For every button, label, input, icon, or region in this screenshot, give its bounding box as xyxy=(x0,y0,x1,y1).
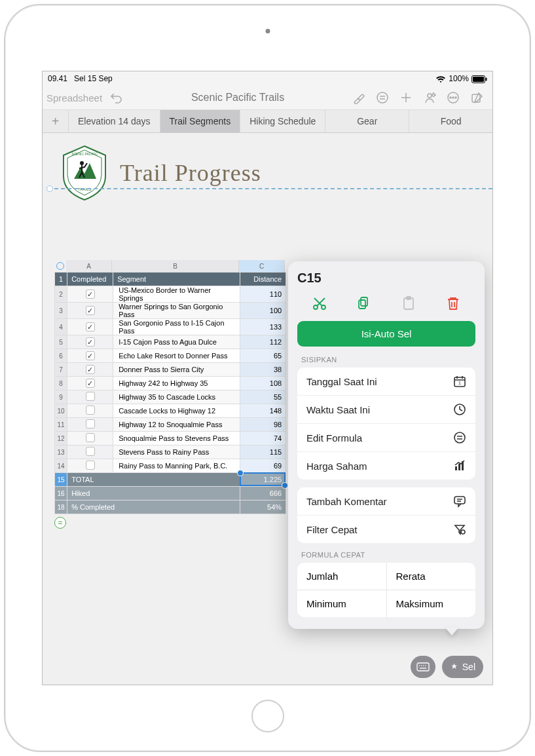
cell-segment[interactable]: Highway 12 to Snoqualmie Pass xyxy=(113,418,240,432)
cell-distance[interactable]: 38 xyxy=(240,363,286,377)
table-row[interactable]: 9Highway 35 to Cascade Locks55 xyxy=(55,390,286,404)
cell-distance[interactable]: 133 xyxy=(240,319,286,335)
cell-hiked-value[interactable]: 666 xyxy=(240,487,286,501)
checkbox-icon[interactable] xyxy=(86,306,95,315)
cell-distance[interactable]: 115 xyxy=(240,445,286,459)
row-header-1[interactable]: 1 xyxy=(55,273,67,286)
checkbox-icon[interactable] xyxy=(86,447,95,456)
cell-completed[interactable] xyxy=(67,303,113,319)
row-header[interactable]: 7 xyxy=(55,363,67,377)
tab-trail-segments[interactable]: Trail Segments xyxy=(160,110,241,132)
row-header[interactable]: 12 xyxy=(55,432,67,445)
quickformula-rerata[interactable]: Rerata xyxy=(387,563,476,590)
cell-distance[interactable]: 100 xyxy=(240,303,286,319)
undo-button[interactable] xyxy=(107,88,126,107)
formula-handle[interactable]: = xyxy=(54,517,66,529)
spreadsheet-table[interactable]: A B C 1 Completed Segment Distance 2US-M… xyxy=(54,260,297,514)
tab-food[interactable]: Food xyxy=(409,110,492,132)
table-row[interactable]: 7Donner Pass to Sierra City38 xyxy=(55,363,286,377)
insert-item-equals[interactable]: Edit Formula xyxy=(297,423,475,451)
cell-total-label[interactable]: TOTAL xyxy=(67,473,240,487)
row-header[interactable]: 18 xyxy=(55,501,67,514)
add-sheet-button[interactable]: + xyxy=(43,110,69,132)
row-header[interactable]: 14 xyxy=(55,459,67,473)
table-corner-handle[interactable] xyxy=(54,260,66,272)
cell-completed[interactable] xyxy=(67,363,113,377)
quickformula-minimum[interactable]: Minimum xyxy=(297,590,386,617)
cell-pct-label[interactable]: % Completed xyxy=(67,501,240,514)
row-header[interactable]: 8 xyxy=(55,377,67,390)
checkbox-icon[interactable] xyxy=(86,406,95,415)
header-distance[interactable]: Distance xyxy=(240,273,286,286)
cell-distance[interactable]: 98 xyxy=(240,418,286,432)
table-row[interactable]: 14Rainy Pass to Manning Park, B.C.69 xyxy=(55,459,286,473)
cell-segment[interactable]: Donner Pass to Sierra City xyxy=(113,363,240,377)
cell-completed[interactable] xyxy=(67,418,113,432)
home-button[interactable] xyxy=(251,700,284,732)
checkbox-icon[interactable] xyxy=(86,290,95,299)
delete-button[interactable] xyxy=(439,292,468,314)
checkbox-icon[interactable] xyxy=(86,379,95,388)
table-row[interactable]: 13Stevens Pass to Rainy Pass115 xyxy=(55,445,286,459)
checkbox-icon[interactable] xyxy=(86,322,95,331)
table-row[interactable]: 5I-15 Cajon Pass to Agua Dulce112 xyxy=(55,335,286,349)
format-brush-button[interactable] xyxy=(350,88,368,107)
comment-button[interactable] xyxy=(373,88,392,107)
cell-total-value[interactable]: 1.225 xyxy=(240,473,286,487)
keyboard-button[interactable] xyxy=(411,656,435,678)
extra-item-comment[interactable]: Tambah Komentar xyxy=(297,487,475,515)
cell-completed[interactable] xyxy=(67,349,113,363)
back-to-spreadsheets[interactable]: Spreadsheet xyxy=(46,92,102,104)
cell-completed[interactable] xyxy=(67,390,113,404)
col-header-b[interactable]: B xyxy=(112,260,239,272)
col-header-c[interactable]: C xyxy=(239,260,285,272)
row-header[interactable]: 6 xyxy=(55,349,67,363)
cell-completed[interactable] xyxy=(67,432,113,445)
row-header[interactable]: 3 xyxy=(55,303,67,319)
table-row[interactable]: 11Highway 12 to Snoqualmie Pass98 xyxy=(55,418,286,432)
tab-gear[interactable]: Gear xyxy=(325,110,409,132)
autofill-button[interactable]: Isi-Auto Sel xyxy=(297,321,475,347)
quickformula-maksimum[interactable]: Maksimum xyxy=(387,590,476,617)
cell-segment[interactable]: Cascade Locks to Highway 12 xyxy=(113,404,240,418)
row-header[interactable]: 2 xyxy=(55,286,67,303)
row-header[interactable]: 11 xyxy=(55,418,67,432)
cell-segment[interactable]: US-Mexico Border to Warner Springs xyxy=(113,286,240,303)
tab-hiking-schedule[interactable]: Hiking Schedule xyxy=(240,110,325,132)
cell-distance[interactable]: 74 xyxy=(240,432,286,445)
insert-button[interactable] xyxy=(397,88,415,107)
cell-distance[interactable]: 55 xyxy=(240,390,286,404)
cell-mode-button[interactable]: Sel xyxy=(442,656,483,678)
header-completed[interactable]: Completed xyxy=(67,273,113,286)
row-header[interactable]: 16 xyxy=(55,487,67,501)
cell-hiked-label[interactable]: Hiked xyxy=(67,487,240,501)
row-header[interactable]: 5 xyxy=(55,335,67,349)
cell-completed[interactable] xyxy=(67,286,113,303)
checkbox-icon[interactable] xyxy=(86,419,95,428)
checkbox-icon[interactable] xyxy=(86,461,95,470)
table-row[interactable]: 6Echo Lake Resort to Donner Pass65 xyxy=(55,349,286,363)
insert-item-clock[interactable]: Waktu Saat Ini xyxy=(297,395,475,423)
cell-segment[interactable]: Rainy Pass to Manning Park, B.C. xyxy=(113,459,240,473)
header-segment[interactable]: Segment xyxy=(113,273,240,286)
more-button[interactable] xyxy=(444,88,462,107)
cell-distance[interactable]: 112 xyxy=(240,335,286,349)
col-header-a[interactable]: A xyxy=(66,260,112,272)
copy-button[interactable] xyxy=(350,292,378,314)
compose-button[interactable] xyxy=(468,88,486,107)
table-row[interactable]: 4San Gorgonio Pass to I-15 Cajon Pass133 xyxy=(55,319,286,335)
cell-segment[interactable]: Snoqualmie Pass to Stevens Pass xyxy=(113,432,240,445)
sheet-canvas[interactable]: SCENIC PACIFIC TRAILS Trail Progress A B… xyxy=(43,133,492,685)
cell-distance[interactable]: 148 xyxy=(240,404,286,418)
row-header[interactable]: 9 xyxy=(55,390,67,404)
cell-segment[interactable]: Echo Lake Resort to Donner Pass xyxy=(113,349,240,363)
insert-item-stocks[interactable]: Harga Saham xyxy=(297,451,475,480)
table-row[interactable]: 3Warner Springs to San Gorgonio Pass100 xyxy=(55,303,286,319)
cut-button[interactable] xyxy=(305,292,334,314)
cell-segment[interactable]: I-15 Cajon Pass to Agua Dulce xyxy=(113,335,240,349)
tab-elevation[interactable]: Elevation 14 days xyxy=(69,110,160,132)
cell-distance[interactable]: 110 xyxy=(240,286,286,303)
cell-completed[interactable] xyxy=(67,404,113,418)
checkbox-icon[interactable] xyxy=(86,392,95,401)
insert-item-calendar[interactable]: Tanggal Saat Ini1 xyxy=(297,368,475,395)
